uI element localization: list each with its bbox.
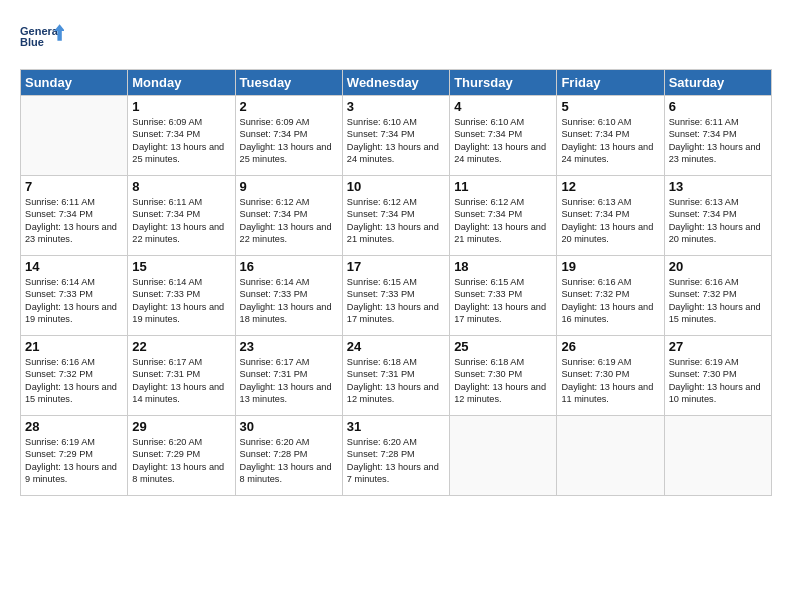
calendar-cell: 9 Sunrise: 6:12 AM Sunset: 7:34 PM Dayli… [235,176,342,256]
calendar-cell: 25 Sunrise: 6:18 AM Sunset: 7:30 PM Dayl… [450,336,557,416]
day-number: 30 [240,419,338,434]
day-info: Sunrise: 6:11 AM Sunset: 7:34 PM Dayligh… [25,196,123,246]
day-number: 5 [561,99,659,114]
calendar-cell: 6 Sunrise: 6:11 AM Sunset: 7:34 PM Dayli… [664,96,771,176]
calendar-weekday-wednesday: Wednesday [342,70,449,96]
day-info: Sunrise: 6:14 AM Sunset: 7:33 PM Dayligh… [240,276,338,326]
day-number: 17 [347,259,445,274]
day-info: Sunrise: 6:10 AM Sunset: 7:34 PM Dayligh… [561,116,659,166]
logo-svg: General Blue [20,15,64,59]
calendar-cell [664,416,771,496]
day-info: Sunrise: 6:12 AM Sunset: 7:34 PM Dayligh… [347,196,445,246]
day-number: 13 [669,179,767,194]
day-number: 1 [132,99,230,114]
day-number: 19 [561,259,659,274]
day-number: 4 [454,99,552,114]
day-info: Sunrise: 6:15 AM Sunset: 7:33 PM Dayligh… [454,276,552,326]
day-number: 26 [561,339,659,354]
day-info: Sunrise: 6:10 AM Sunset: 7:34 PM Dayligh… [347,116,445,166]
calendar-cell: 17 Sunrise: 6:15 AM Sunset: 7:33 PM Dayl… [342,256,449,336]
calendar-cell: 8 Sunrise: 6:11 AM Sunset: 7:34 PM Dayli… [128,176,235,256]
day-info: Sunrise: 6:19 AM Sunset: 7:30 PM Dayligh… [561,356,659,406]
day-info: Sunrise: 6:09 AM Sunset: 7:34 PM Dayligh… [132,116,230,166]
day-number: 21 [25,339,123,354]
calendar-weekday-friday: Friday [557,70,664,96]
day-info: Sunrise: 6:17 AM Sunset: 7:31 PM Dayligh… [240,356,338,406]
calendar-cell: 20 Sunrise: 6:16 AM Sunset: 7:32 PM Dayl… [664,256,771,336]
day-number: 16 [240,259,338,274]
calendar-weekday-saturday: Saturday [664,70,771,96]
calendar-week-3: 14 Sunrise: 6:14 AM Sunset: 7:33 PM Dayl… [21,256,772,336]
calendar-cell: 29 Sunrise: 6:20 AM Sunset: 7:29 PM Dayl… [128,416,235,496]
day-number: 8 [132,179,230,194]
calendar-cell: 22 Sunrise: 6:17 AM Sunset: 7:31 PM Dayl… [128,336,235,416]
day-number: 28 [25,419,123,434]
day-number: 24 [347,339,445,354]
day-number: 29 [132,419,230,434]
day-info: Sunrise: 6:20 AM Sunset: 7:28 PM Dayligh… [240,436,338,486]
calendar-weekday-sunday: Sunday [21,70,128,96]
day-info: Sunrise: 6:16 AM Sunset: 7:32 PM Dayligh… [561,276,659,326]
day-number: 6 [669,99,767,114]
day-number: 9 [240,179,338,194]
day-number: 31 [347,419,445,434]
day-number: 27 [669,339,767,354]
calendar-weekday-tuesday: Tuesday [235,70,342,96]
calendar-week-2: 7 Sunrise: 6:11 AM Sunset: 7:34 PM Dayli… [21,176,772,256]
day-number: 18 [454,259,552,274]
calendar-cell: 7 Sunrise: 6:11 AM Sunset: 7:34 PM Dayli… [21,176,128,256]
calendar-cell [450,416,557,496]
day-number: 11 [454,179,552,194]
day-number: 25 [454,339,552,354]
calendar-cell: 28 Sunrise: 6:19 AM Sunset: 7:29 PM Dayl… [21,416,128,496]
calendar-cell: 15 Sunrise: 6:14 AM Sunset: 7:33 PM Dayl… [128,256,235,336]
day-number: 10 [347,179,445,194]
calendar-cell: 18 Sunrise: 6:15 AM Sunset: 7:33 PM Dayl… [450,256,557,336]
day-number: 15 [132,259,230,274]
day-number: 23 [240,339,338,354]
day-number: 7 [25,179,123,194]
day-info: Sunrise: 6:19 AM Sunset: 7:30 PM Dayligh… [669,356,767,406]
day-info: Sunrise: 6:16 AM Sunset: 7:32 PM Dayligh… [669,276,767,326]
calendar-cell: 1 Sunrise: 6:09 AM Sunset: 7:34 PM Dayli… [128,96,235,176]
day-info: Sunrise: 6:11 AM Sunset: 7:34 PM Dayligh… [669,116,767,166]
svg-text:Blue: Blue [20,36,44,48]
day-info: Sunrise: 6:20 AM Sunset: 7:28 PM Dayligh… [347,436,445,486]
day-info: Sunrise: 6:13 AM Sunset: 7:34 PM Dayligh… [669,196,767,246]
day-info: Sunrise: 6:20 AM Sunset: 7:29 PM Dayligh… [132,436,230,486]
calendar-cell: 24 Sunrise: 6:18 AM Sunset: 7:31 PM Dayl… [342,336,449,416]
day-info: Sunrise: 6:17 AM Sunset: 7:31 PM Dayligh… [132,356,230,406]
day-info: Sunrise: 6:13 AM Sunset: 7:34 PM Dayligh… [561,196,659,246]
day-number: 20 [669,259,767,274]
day-info: Sunrise: 6:18 AM Sunset: 7:31 PM Dayligh… [347,356,445,406]
calendar-cell: 13 Sunrise: 6:13 AM Sunset: 7:34 PM Dayl… [664,176,771,256]
calendar-cell: 12 Sunrise: 6:13 AM Sunset: 7:34 PM Dayl… [557,176,664,256]
calendar-week-1: 1 Sunrise: 6:09 AM Sunset: 7:34 PM Dayli… [21,96,772,176]
day-number: 22 [132,339,230,354]
calendar-cell: 31 Sunrise: 6:20 AM Sunset: 7:28 PM Dayl… [342,416,449,496]
svg-text:General: General [20,25,61,37]
day-info: Sunrise: 6:11 AM Sunset: 7:34 PM Dayligh… [132,196,230,246]
calendar-header-row: SundayMondayTuesdayWednesdayThursdayFrid… [21,70,772,96]
calendar-cell: 3 Sunrise: 6:10 AM Sunset: 7:34 PM Dayli… [342,96,449,176]
calendar-cell: 30 Sunrise: 6:20 AM Sunset: 7:28 PM Dayl… [235,416,342,496]
calendar-weekday-thursday: Thursday [450,70,557,96]
logo: General Blue [20,15,64,59]
page-header: General Blue [20,15,772,59]
calendar-weekday-monday: Monday [128,70,235,96]
day-info: Sunrise: 6:19 AM Sunset: 7:29 PM Dayligh… [25,436,123,486]
calendar-cell: 5 Sunrise: 6:10 AM Sunset: 7:34 PM Dayli… [557,96,664,176]
calendar-cell: 4 Sunrise: 6:10 AM Sunset: 7:34 PM Dayli… [450,96,557,176]
day-number: 12 [561,179,659,194]
calendar-cell [21,96,128,176]
calendar-cell: 19 Sunrise: 6:16 AM Sunset: 7:32 PM Dayl… [557,256,664,336]
calendar-cell: 16 Sunrise: 6:14 AM Sunset: 7:33 PM Dayl… [235,256,342,336]
calendar-cell: 10 Sunrise: 6:12 AM Sunset: 7:34 PM Dayl… [342,176,449,256]
calendar-cell: 27 Sunrise: 6:19 AM Sunset: 7:30 PM Dayl… [664,336,771,416]
day-number: 14 [25,259,123,274]
calendar-table: SundayMondayTuesdayWednesdayThursdayFrid… [20,69,772,496]
day-info: Sunrise: 6:16 AM Sunset: 7:32 PM Dayligh… [25,356,123,406]
calendar-cell: 14 Sunrise: 6:14 AM Sunset: 7:33 PM Dayl… [21,256,128,336]
day-info: Sunrise: 6:12 AM Sunset: 7:34 PM Dayligh… [240,196,338,246]
calendar-cell: 23 Sunrise: 6:17 AM Sunset: 7:31 PM Dayl… [235,336,342,416]
